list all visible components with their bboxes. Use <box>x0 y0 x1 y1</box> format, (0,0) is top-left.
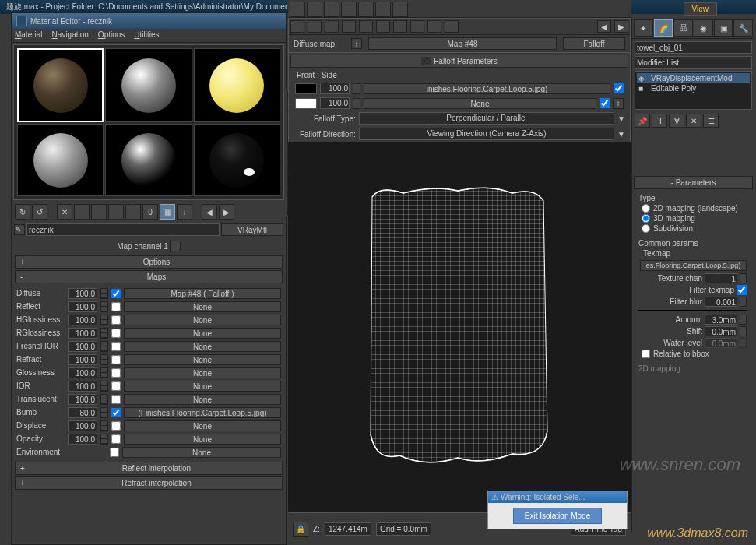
sample-slot-3[interactable] <box>194 48 280 122</box>
tool-btn[interactable] <box>307 2 322 17</box>
modifier-list-dropdown[interactable]: Modifier List <box>635 56 752 69</box>
rollout-refract-interp[interactable]: +Refract interpolation <box>15 476 283 490</box>
color-swatch-black[interactable] <box>295 83 317 94</box>
stack-item[interactable]: ■Editable Poly <box>637 83 750 93</box>
put-to-scene-btn[interactable]: ↺ <box>32 204 47 220</box>
viewport[interactable]: ◀ ▶ Diffuse map: ↕ Map #48 Falloff -Fall… <box>288 18 631 512</box>
map-slot-button[interactable]: None <box>124 381 281 392</box>
spinner-arrows[interactable] <box>100 315 108 325</box>
spinner-arrows[interactable] <box>100 341 108 352</box>
tool-btn[interactable] <box>308 20 322 33</box>
visibility-icon[interactable]: ■ <box>638 84 648 93</box>
go-forward-btn[interactable]: ▶ <box>219 204 234 220</box>
tool-btn[interactable] <box>359 20 373 33</box>
spinner-value[interactable]: 100.0 <box>320 83 350 94</box>
map-enable-checkbox[interactable] <box>111 315 121 325</box>
view-dropdown[interactable]: View <box>684 2 718 16</box>
menu-material[interactable]: MMaterialaterial <box>15 30 43 40</box>
warning-titlebar[interactable]: ⚠ Warning: Isolated Sele... <box>488 491 627 503</box>
filter-blur-spinner[interactable]: 0.001 <box>705 297 737 307</box>
map-amount-spinner[interactable]: 100.0 <box>68 341 97 352</box>
spinner-arrows[interactable] <box>100 354 108 365</box>
swap-colors-btn[interactable]: ↕ <box>613 98 624 109</box>
spinner-arrows[interactable] <box>100 394 108 405</box>
tool-btn[interactable] <box>342 20 356 33</box>
modifier-stack[interactable]: ◈VRayDisplacementMod■Editable Poly <box>635 71 752 110</box>
tool-btn[interactable] <box>325 20 339 33</box>
sample-slot-1[interactable] <box>17 48 104 122</box>
map-amount-spinner[interactable]: 100.0 <box>68 301 97 312</box>
map-amount-spinner[interactable]: 100.0 <box>68 434 97 445</box>
map-amount-spinner[interactable]: 100.0 <box>68 381 97 392</box>
visibility-icon[interactable]: ◈ <box>638 74 648 83</box>
tool-btn[interactable] <box>341 2 357 17</box>
sample-slot-5[interactable] <box>105 124 192 196</box>
tool-btn[interactable] <box>393 20 407 33</box>
map-amount-spinner[interactable]: 100.0 <box>68 328 97 339</box>
amount-spinner[interactable]: 3.0mm <box>705 315 737 325</box>
map-amount-spinner[interactable]: 100.0 <box>68 394 97 405</box>
material-editor-titlebar[interactable]: Material Editor - recznik <box>12 13 286 29</box>
tool-btn[interactable] <box>376 20 390 33</box>
map-enable-checkbox[interactable] <box>111 408 121 417</box>
map-amount-spinner[interactable]: 100.0 <box>68 354 97 365</box>
tool-btn[interactable] <box>375 2 391 17</box>
spinner-arrows[interactable] <box>100 407 108 418</box>
map-enable-checkbox[interactable] <box>614 83 624 93</box>
utilities-tab[interactable]: 🔧 <box>733 19 753 37</box>
tool-btn[interactable] <box>324 2 339 17</box>
modify-tab[interactable]: 🌈 <box>654 19 673 37</box>
texture-chan-spinner[interactable]: 1 <box>705 273 737 283</box>
mapping-radio[interactable] <box>642 214 650 223</box>
pin-stack-btn[interactable]: 📌 <box>635 114 650 128</box>
map-enable-checkbox[interactable] <box>111 421 121 431</box>
stack-item[interactable]: ◈VRayDisplacementMod <box>637 73 750 83</box>
map-enable-checkbox[interactable] <box>111 368 121 378</box>
spinner-arrows[interactable] <box>740 273 747 283</box>
map-amount-spinner[interactable]: 100.0 <box>68 367 97 378</box>
spinner-arrows[interactable] <box>100 288 108 299</box>
spinner-arrows[interactable] <box>100 420 108 431</box>
current-map-dropdown[interactable]: Map #48 <box>368 37 557 50</box>
map-slot-button[interactable]: None <box>122 447 281 458</box>
tool-btn[interactable] <box>290 2 305 17</box>
tool-btn[interactable] <box>410 20 424 33</box>
map-enable-checkbox[interactable] <box>111 434 121 444</box>
map-amount-spinner[interactable]: 100.0 <box>68 420 97 431</box>
map-enable-checkbox[interactable] <box>111 342 121 351</box>
pin-btn[interactable]: ↕ <box>351 38 362 49</box>
object-name-field[interactable]: towel_obj_01 <box>635 41 752 54</box>
show-end-result-btn[interactable]: Ⅱ <box>652 114 667 128</box>
motion-tab[interactable]: ◉ <box>694 19 713 37</box>
map-slot-button[interactable]: None <box>124 354 281 365</box>
lock-btn[interactable]: 🔒 <box>293 522 308 537</box>
rollout-options[interactable]: +Options <box>15 255 283 269</box>
falloff-params-header[interactable]: -Falloff Parameters <box>290 54 628 68</box>
go-parent-btn[interactable]: ◀ <box>202 204 217 220</box>
sample-slot-4[interactable] <box>17 124 104 196</box>
falloff-dir-dropdown[interactable]: Viewing Direction (Camera Z-Axis) <box>359 128 614 140</box>
tool-btn[interactable] <box>445 20 459 33</box>
tool-btn[interactable] <box>358 2 374 17</box>
map-slot-button[interactable]: inishes.Flooring.Carpet.Loop.5.jpg) <box>364 83 610 94</box>
pick-material-btn[interactable]: ✎ <box>14 224 25 235</box>
spinner-value[interactable]: 100.0 <box>320 97 350 109</box>
shift-spinner[interactable]: 0.0mm <box>705 326 737 336</box>
configure-sets-btn[interactable]: ☰ <box>703 114 719 128</box>
rollout-reflect-interp[interactable]: +Reflect interpolation <box>15 462 283 475</box>
rel-bbox-checkbox[interactable] <box>642 350 650 358</box>
map-channel-spinner[interactable] <box>170 241 181 251</box>
put-to-lib-btn[interactable] <box>125 204 141 220</box>
make-copy-btn[interactable] <box>91 204 107 220</box>
tool-btn[interactable] <box>392 2 408 17</box>
spinner-arrows[interactable] <box>353 83 360 94</box>
map-enable-checkbox[interactable] <box>111 355 121 364</box>
material-type-button[interactable]: VRayMtl <box>221 223 283 236</box>
map-slot-button[interactable]: None <box>124 367 281 378</box>
map-amount-spinner[interactable]: 100.0 <box>68 315 97 325</box>
map-slot-button[interactable]: None <box>124 420 281 431</box>
map-slot-button[interactable]: None <box>124 328 281 339</box>
map-enable-checkbox[interactable] <box>111 382 121 391</box>
map-amount-spinner[interactable]: 80.0 <box>68 407 97 418</box>
map-slot-button[interactable]: None <box>124 301 281 312</box>
